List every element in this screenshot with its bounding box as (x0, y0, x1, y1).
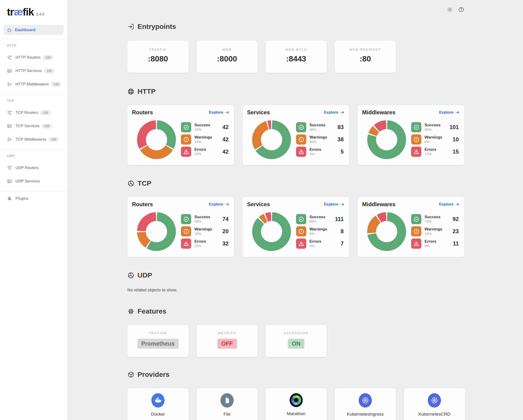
section-title: Entrypoints (138, 23, 176, 31)
sidebar-item-dashboard[interactable]: Dashboard (4, 25, 64, 35)
arrow-right-icon (225, 110, 229, 115)
feature-value-chip: ON (288, 339, 305, 349)
entrypoint-card-web-redirect: WEB-REDIRECT :80 (335, 41, 396, 73)
stat-value: 11 (453, 240, 460, 247)
donut-chart (252, 120, 291, 159)
cubes-icon (7, 196, 12, 201)
explore-link[interactable]: Explore (209, 110, 229, 115)
warning-icon (296, 226, 306, 237)
sidebar-section-tcp: TCP (0, 98, 67, 104)
stat-value: 74 (222, 216, 229, 222)
logo-text: træfik (7, 6, 34, 18)
features-heading: Features (127, 307, 465, 315)
legend-row-errors: Errors6% 7 (296, 238, 345, 249)
provider-name: KubernetesIngress (347, 412, 384, 417)
entrypoint-port: :80 (360, 54, 371, 63)
providers-heading: Providers (127, 370, 465, 379)
legend-row-warnings: Warnings8% 10 (411, 134, 460, 144)
stat-value: 38 (337, 136, 345, 143)
feature-name: TRACING (149, 331, 167, 335)
services-icon (7, 179, 12, 184)
provider-name: KubernetesCRD (418, 412, 450, 417)
arrow-right-icon (340, 110, 345, 115)
entrypoint-port: :8000 (217, 54, 237, 63)
card-title: Routers (132, 201, 153, 207)
entrypoint-name: WEB-REDIRECT (350, 48, 381, 51)
sidebar-item-http-services[interactable]: HTTP Services 126 (0, 64, 67, 78)
provider-card-file: File (196, 388, 258, 420)
success-icon (181, 122, 191, 132)
warning-icon (296, 134, 306, 144)
features-row: TRACING Prometheus METRICS OFF ACCESSLOG… (127, 325, 465, 357)
divider (0, 39, 67, 39)
explore-link[interactable]: Explore (209, 202, 229, 207)
section-title: UDP (138, 271, 152, 279)
provider-card-kubernetesingress: KubernetesIngress (335, 388, 396, 420)
gear-icon (127, 308, 134, 315)
globe-alt-icon (127, 180, 134, 187)
stat-value: 7 (341, 240, 345, 247)
sidebar-item-label: TCP Middlewares (16, 137, 46, 142)
legend-row-warnings: Warnings30% 38 (296, 134, 345, 144)
count-badge: 126 (49, 137, 59, 142)
http-heading: HTTP (127, 87, 465, 95)
sidebar-item-http-routers[interactable]: HTTP Routers 126 (0, 51, 67, 64)
explore-link[interactable]: Explore (324, 202, 345, 207)
warning-icon (411, 134, 421, 144)
count-badge: 126 (51, 82, 61, 87)
sidebar-item-udp-routers[interactable]: UDP Routers (0, 161, 67, 174)
legend-row-warnings: Warnings16% 20 (181, 226, 229, 237)
stat-value: 42 (222, 124, 229, 130)
main-content: Entrypoints TRAEFIK :8080 WEB :8000 WEB-… (68, 0, 523, 420)
error-icon (181, 238, 191, 249)
explore-link[interactable]: Explore (324, 110, 345, 115)
arrow-right-icon (340, 202, 345, 207)
stat-value: 42 (222, 149, 229, 155)
donut-chart (367, 120, 406, 159)
legend: Success33% 42 Warnings33% 42 Errors33% 4… (181, 118, 229, 159)
legend-row-warnings: Warnings33% 42 (181, 134, 229, 144)
section-title: Features (138, 307, 166, 315)
kubernetes-icon (359, 393, 372, 408)
arrow-right-icon (455, 110, 460, 115)
explore-link[interactable]: Explore (439, 110, 460, 115)
card-title: Services (247, 201, 270, 207)
sidebar-item-plugins[interactable]: Plugins (0, 192, 67, 205)
sidebar-item-tcp-routers[interactable]: TCP Routers 126 (0, 106, 67, 119)
sidebar-item-http-middlewares[interactable]: HTTP Middlewares 126 (0, 78, 67, 91)
count-badge: 126 (44, 69, 54, 73)
sidebar-item-label: UDP Services (16, 179, 40, 183)
http-services-card: Services Explore Success66% 83 (242, 105, 349, 165)
feature-name: METRICS (218, 331, 237, 335)
sidebar-item-tcp-services[interactable]: TCP Services 126 (0, 119, 67, 133)
entrypoint-card-web-mtls: WEB-MTLS :8443 (266, 41, 327, 73)
kubernetes-icon (428, 393, 441, 408)
stat-value: 23 (452, 228, 460, 235)
explore-label: Explore (209, 110, 223, 115)
stat-value: 92 (452, 216, 460, 222)
warning-icon (181, 226, 191, 237)
explore-link[interactable]: Explore (439, 202, 460, 207)
legend-row-warnings: Warnings6% 8 (296, 226, 345, 237)
legend-row-warnings: Warnings18% 23 (411, 226, 460, 237)
stat-value: 101 (449, 124, 460, 130)
stat-value: 8 (341, 228, 345, 235)
sidebar-item-tcp-middlewares[interactable]: TCP Middlewares 126 (0, 133, 67, 146)
provider-name: Marathon (287, 411, 305, 416)
udp-empty-message: No related objects to show. (127, 288, 465, 293)
warning-icon (411, 226, 421, 237)
home-icon (7, 28, 12, 32)
divider (0, 94, 67, 95)
app-version: 3.4.0 (36, 12, 44, 16)
provider-name: Docker (151, 412, 165, 417)
stat-value: 32 (222, 240, 229, 247)
package-icon (127, 371, 134, 378)
theme-toggle-icon[interactable] (447, 7, 453, 13)
donut-chart (137, 120, 176, 159)
count-badge: 126 (42, 124, 52, 128)
card-title: Middlewares (362, 109, 395, 116)
sidebar-item-udp-services[interactable]: UDP Services (0, 174, 67, 188)
udp-heading: UDP (127, 271, 465, 279)
help-icon[interactable] (458, 7, 464, 13)
sidebar-item-label: Dashboard (15, 28, 35, 32)
